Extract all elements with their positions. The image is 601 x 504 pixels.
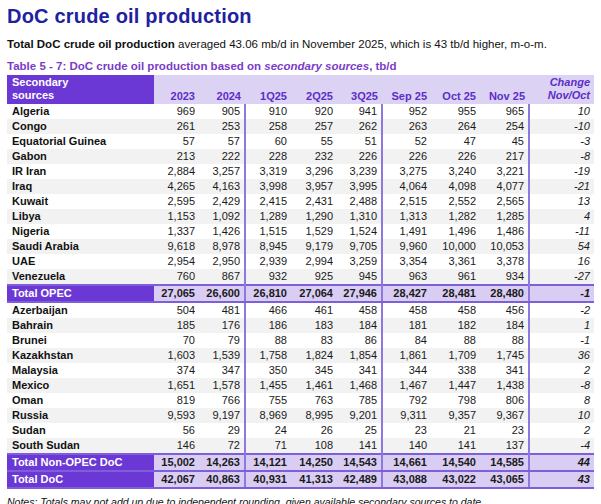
row-label-cell: Congo bbox=[7, 119, 154, 134]
header-change-line1: Change bbox=[529, 76, 590, 89]
value-cell: 1,290 bbox=[291, 209, 337, 224]
value-cell: 961 bbox=[431, 269, 480, 285]
row-label-cell: Total OPEC bbox=[7, 285, 154, 302]
value-cell: 10,053 bbox=[480, 239, 529, 254]
value-cell: 43,088 bbox=[382, 471, 431, 488]
value-cell: 14,661 bbox=[382, 454, 431, 471]
value-cell: 28,427 bbox=[382, 285, 431, 302]
value-cell: 458 bbox=[431, 302, 480, 318]
value-cell: 264 bbox=[431, 119, 480, 134]
value-cell: 9,960 bbox=[382, 239, 431, 254]
row-label-cell: Nigeria bbox=[7, 224, 154, 239]
value-cell: 27,064 bbox=[291, 285, 337, 302]
value-cell: 2,994 bbox=[291, 254, 337, 269]
value-cell: 56 bbox=[154, 423, 199, 438]
value-cell: 3,957 bbox=[291, 179, 337, 194]
value-cell: 969 bbox=[154, 104, 199, 119]
value-cell: 819 bbox=[154, 393, 199, 408]
value-cell: 456 bbox=[480, 302, 529, 318]
value-cell: 186 bbox=[245, 318, 291, 333]
value-cell: 258 bbox=[245, 119, 291, 134]
table-row: IR Iran2,8843,2573,3193,2963,2393,2753,2… bbox=[7, 164, 594, 179]
value-cell: 14,543 bbox=[337, 454, 382, 471]
value-cell: 137 bbox=[480, 438, 529, 454]
table-body: Algeria96990591092094195295596510Congo26… bbox=[7, 104, 594, 488]
value-cell: 72 bbox=[199, 438, 245, 454]
value-cell: 374 bbox=[154, 363, 199, 378]
value-cell: 60 bbox=[245, 134, 291, 149]
value-cell: 1,539 bbox=[199, 348, 245, 363]
header-3q25: 3Q25 bbox=[337, 75, 382, 104]
total-row: Total DoC42,06740,86340,93141,31342,4894… bbox=[7, 471, 594, 488]
value-cell: 347 bbox=[199, 363, 245, 378]
table-row: Saudi Arabia9,6188,9788,9459,1799,7059,9… bbox=[7, 239, 594, 254]
value-cell: 1,438 bbox=[480, 378, 529, 393]
value-cell: 504 bbox=[154, 302, 199, 318]
change-cell: 43 bbox=[529, 471, 594, 488]
value-cell: 226 bbox=[431, 149, 480, 164]
total-row: Total Non-OPEC DoC15,00214,26314,12114,2… bbox=[7, 454, 594, 471]
caption-suffix: , tb/d bbox=[369, 60, 396, 72]
value-cell: 4,064 bbox=[382, 179, 431, 194]
value-cell: 1,758 bbox=[245, 348, 291, 363]
value-cell: 932 bbox=[245, 269, 291, 285]
row-label-cell: Mexico bbox=[7, 378, 154, 393]
value-cell: 955 bbox=[431, 104, 480, 119]
value-cell: 2,954 bbox=[154, 254, 199, 269]
value-cell: 3,378 bbox=[480, 254, 529, 269]
value-cell: 760 bbox=[154, 269, 199, 285]
value-cell: 941 bbox=[337, 104, 382, 119]
change-cell: 13 bbox=[529, 194, 594, 209]
value-cell: 27,065 bbox=[154, 285, 199, 302]
value-cell: 1,524 bbox=[337, 224, 382, 239]
value-cell: 1,461 bbox=[291, 378, 337, 393]
value-cell: 23 bbox=[480, 423, 529, 438]
value-cell: 344 bbox=[382, 363, 431, 378]
value-cell: 3,995 bbox=[337, 179, 382, 194]
value-cell: 1,854 bbox=[337, 348, 382, 363]
change-cell: -1 bbox=[529, 285, 594, 302]
value-cell: 184 bbox=[337, 318, 382, 333]
row-label-cell: Saudi Arabia bbox=[7, 239, 154, 254]
value-cell: 15,002 bbox=[154, 454, 199, 471]
value-cell: 8,978 bbox=[199, 239, 245, 254]
table-row: Oman8197667557637857927988068 bbox=[7, 393, 594, 408]
table-row: Brunei7079888386848888-1 bbox=[7, 333, 594, 348]
value-cell: 1,310 bbox=[337, 209, 382, 224]
value-cell: 9,201 bbox=[337, 408, 382, 423]
value-cell: 481 bbox=[199, 302, 245, 318]
value-cell: 27,946 bbox=[337, 285, 382, 302]
table-row: Kazakhstan1,6031,5391,7581,8241,8541,861… bbox=[7, 348, 594, 363]
table-row: Malaysia3743473503453413443383412 bbox=[7, 363, 594, 378]
value-cell: 8,945 bbox=[245, 239, 291, 254]
caption-italic: secondary sources bbox=[264, 60, 369, 72]
value-cell: 3,319 bbox=[245, 164, 291, 179]
change-cell: 1 bbox=[529, 318, 594, 333]
table-row: Mexico1,6511,5781,4551,4611,4681,4671,44… bbox=[7, 378, 594, 393]
value-cell: 9,179 bbox=[291, 239, 337, 254]
table-row: Libya1,1531,0921,2891,2901,3101,3131,282… bbox=[7, 209, 594, 224]
value-cell: 57 bbox=[154, 134, 199, 149]
summary-bold: Total DoC crude oil production bbox=[7, 38, 175, 50]
change-cell: -2 bbox=[529, 302, 594, 318]
production-table: Secondary sources 2023 2024 1Q25 2Q25 3Q… bbox=[7, 75, 594, 489]
change-cell: -21 bbox=[529, 179, 594, 194]
header-2q25: 2Q25 bbox=[291, 75, 337, 104]
value-cell: 10,000 bbox=[431, 239, 480, 254]
value-cell: 57 bbox=[199, 134, 245, 149]
value-cell: 341 bbox=[337, 363, 382, 378]
value-cell: 1,578 bbox=[199, 378, 245, 393]
value-cell: 83 bbox=[291, 333, 337, 348]
summary-line: Total DoC crude oil production averaged … bbox=[7, 38, 594, 50]
table-row: Azerbaijan504481466461458458458456-2 bbox=[7, 302, 594, 318]
value-cell: 920 bbox=[291, 104, 337, 119]
value-cell: 40,863 bbox=[199, 471, 245, 488]
value-cell: 9,197 bbox=[199, 408, 245, 423]
value-cell: 228 bbox=[245, 149, 291, 164]
row-label-cell: Libya bbox=[7, 209, 154, 224]
value-cell: 261 bbox=[154, 119, 199, 134]
value-cell: 1,861 bbox=[382, 348, 431, 363]
table-row: Iraq4,2654,1633,9983,9573,9954,0644,0984… bbox=[7, 179, 594, 194]
value-cell: 3,259 bbox=[337, 254, 382, 269]
value-cell: 23 bbox=[382, 423, 431, 438]
